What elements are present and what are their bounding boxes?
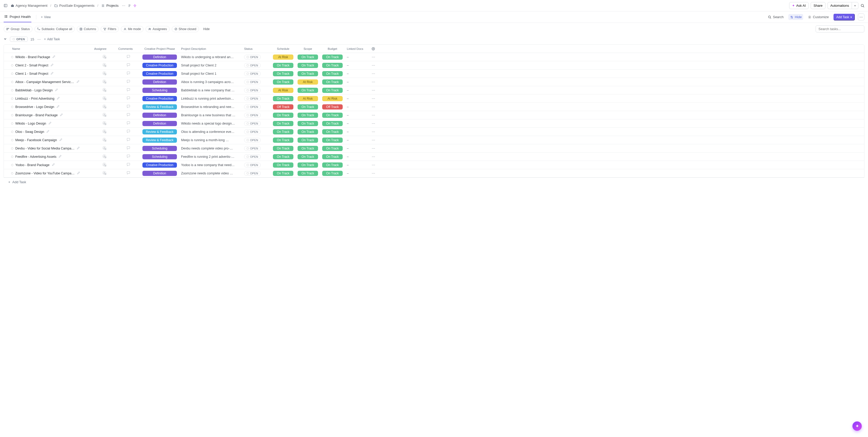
comment-icon[interactable] xyxy=(126,154,130,159)
scope-badge[interactable]: On Track xyxy=(298,138,318,143)
status-dot-icon[interactable] xyxy=(11,131,13,133)
edit-icon[interactable] xyxy=(60,113,64,117)
phase-pill[interactable]: Definition xyxy=(143,121,177,126)
row-more-icon[interactable]: ⋯ xyxy=(371,55,376,59)
comment-icon[interactable] xyxy=(126,79,130,84)
comment-icon[interactable] xyxy=(126,138,130,143)
assign-icon[interactable] xyxy=(102,146,106,151)
budget-badge[interactable]: Off Track xyxy=(322,104,343,110)
description-text[interactable]: Yodoo is a new company that need… xyxy=(181,163,235,167)
show-closed-chip[interactable]: Show closed xyxy=(172,26,199,32)
comment-icon[interactable] xyxy=(126,146,130,151)
phase-pill[interactable]: Scheduling xyxy=(143,88,177,93)
scope-badge[interactable]: On Track xyxy=(298,121,318,126)
table-row[interactable]: Zoomzone - Video for YouTube Campa…Defin… xyxy=(4,169,864,177)
schedule-badge[interactable]: On Track xyxy=(273,129,293,135)
task-name[interactable]: Devbu - Video for Social Media Campa… xyxy=(15,147,74,150)
budget-badge[interactable]: On Track xyxy=(322,113,343,118)
col-phase[interactable]: Creative Project Phase xyxy=(141,46,179,52)
linked-docs-cell[interactable]: – xyxy=(345,137,368,143)
status-badge[interactable]: OPEN xyxy=(244,80,261,84)
col-scope[interactable]: Scope xyxy=(296,46,320,52)
view-tab-project-health[interactable]: Project Health xyxy=(4,12,31,22)
schedule-badge[interactable]: On Track xyxy=(273,163,293,168)
assign-icon[interactable] xyxy=(102,96,106,101)
row-more-icon[interactable]: ⋯ xyxy=(371,146,376,150)
comment-icon[interactable] xyxy=(126,71,130,76)
edit-icon[interactable] xyxy=(77,171,81,175)
table-row[interactable]: Brainlounge - Brand PackageDefinitionBra… xyxy=(4,111,864,119)
hide-filter-button[interactable]: Hide xyxy=(201,26,212,32)
row-more-icon[interactable]: ⋯ xyxy=(371,163,376,167)
automations-caret-button[interactable] xyxy=(851,2,859,9)
budget-badge[interactable]: On Track xyxy=(322,63,343,68)
row-more-icon[interactable]: ⋯ xyxy=(371,96,376,100)
description-text[interactable]: Oloo is attending a conference eve… xyxy=(181,130,235,134)
schedule-badge[interactable]: On Track xyxy=(273,138,293,143)
phase-pill[interactable]: Scheduling xyxy=(143,154,177,159)
schedule-badge[interactable]: On Track xyxy=(273,171,293,176)
scope-badge[interactable]: At Risk xyxy=(298,96,318,101)
comment-icon[interactable] xyxy=(126,63,130,68)
description-text[interactable]: Babbleblab is a new company that … xyxy=(181,88,235,92)
linked-docs-cell[interactable]: – xyxy=(345,62,368,68)
table-row[interactable]: Wikido - Brand PackageDefinitionWikido i… xyxy=(4,53,864,61)
col-status[interactable]: Status xyxy=(242,46,271,52)
status-dot-icon[interactable] xyxy=(11,72,13,75)
linked-docs-cell[interactable]: – xyxy=(345,145,368,151)
scope-badge[interactable]: On Track xyxy=(298,104,318,110)
status-badge[interactable]: OPEN xyxy=(244,63,261,68)
status-dot-icon[interactable] xyxy=(11,114,13,116)
budget-badge[interactable]: On Track xyxy=(322,55,343,60)
table-row[interactable]: Wikido - Logo DesignDefinitionWikido nee… xyxy=(4,119,864,128)
comment-icon[interactable] xyxy=(126,113,130,118)
phase-pill[interactable]: Definition xyxy=(143,171,177,176)
status-dot-icon[interactable] xyxy=(11,147,13,149)
scope-badge[interactable]: On Track xyxy=(298,113,318,118)
row-more-icon[interactable]: ⋯ xyxy=(371,113,376,117)
subtasks-chip[interactable]: Subtasks: Collapse all xyxy=(34,26,75,32)
doc-icon[interactable] xyxy=(128,4,131,7)
scope-badge[interactable]: On Track xyxy=(298,63,318,68)
scope-badge[interactable]: On Track xyxy=(298,171,318,176)
row-more-icon[interactable]: ⋯ xyxy=(371,130,376,134)
row-more-icon[interactable]: ⋯ xyxy=(371,171,376,175)
status-badge[interactable]: OPEN xyxy=(244,88,261,93)
budget-badge[interactable]: On Track xyxy=(322,88,343,93)
description-text[interactable]: Browsedrive is rebranding and nee… xyxy=(181,105,235,109)
task-name[interactable]: Zoomzone - Video for YouTube Campa… xyxy=(15,172,75,175)
linked-docs-cell[interactable]: – xyxy=(345,170,368,176)
status-badge[interactable]: OPEN xyxy=(244,154,261,159)
linked-docs-cell[interactable]: – xyxy=(345,129,368,135)
budget-badge[interactable]: On Track xyxy=(322,138,343,143)
status-badge[interactable]: OPEN xyxy=(244,55,261,59)
ai-sparkle-icon[interactable] xyxy=(133,4,137,7)
status-badge[interactable]: OPEN xyxy=(244,96,261,101)
status-badge[interactable]: OPEN xyxy=(244,138,261,143)
row-more-icon[interactable]: ⋯ xyxy=(371,88,376,92)
task-name[interactable]: Brainlounge - Brand Package xyxy=(15,113,58,117)
group-status-pill[interactable]: OPEN xyxy=(10,37,28,42)
table-row[interactable]: Yodoo - Brand PackageCreative Production… xyxy=(4,161,864,169)
comment-icon[interactable] xyxy=(126,171,130,176)
description-text[interactable]: Zoomzone needs complete video … xyxy=(181,172,233,175)
table-row[interactable]: Browsedrive - Logo DesignReview & Feedba… xyxy=(4,103,864,111)
col-desc[interactable]: Project Description xyxy=(179,46,242,52)
assign-icon[interactable] xyxy=(102,63,106,68)
assign-icon[interactable] xyxy=(102,138,106,143)
linked-docs-cell[interactable]: – xyxy=(345,79,368,85)
phase-pill[interactable]: Scheduling xyxy=(143,146,177,151)
scope-badge[interactable]: On Track xyxy=(298,129,318,135)
add-task-row-button[interactable]: + Add Task xyxy=(4,178,864,186)
edit-icon[interactable] xyxy=(55,88,59,92)
phase-pill[interactable]: Creative Production xyxy=(143,163,177,168)
table-row[interactable]: Aibox - Campaign Management Servic…Defin… xyxy=(4,78,864,86)
phase-pill[interactable]: Review & Feedback xyxy=(143,129,177,135)
table-row[interactable]: Meejo - Facebook CampaignReview & Feedba… xyxy=(4,136,864,144)
description-text[interactable]: Small project for Client 2 xyxy=(181,64,216,67)
ask-ai-button[interactable]: ✦ Ask AI xyxy=(789,2,809,9)
schedule-badge[interactable]: On Track xyxy=(273,146,293,151)
status-dot-icon[interactable] xyxy=(11,172,13,174)
assignees-chip[interactable]: Assignees xyxy=(146,26,169,32)
col-schedule[interactable]: Schedule xyxy=(271,46,296,52)
